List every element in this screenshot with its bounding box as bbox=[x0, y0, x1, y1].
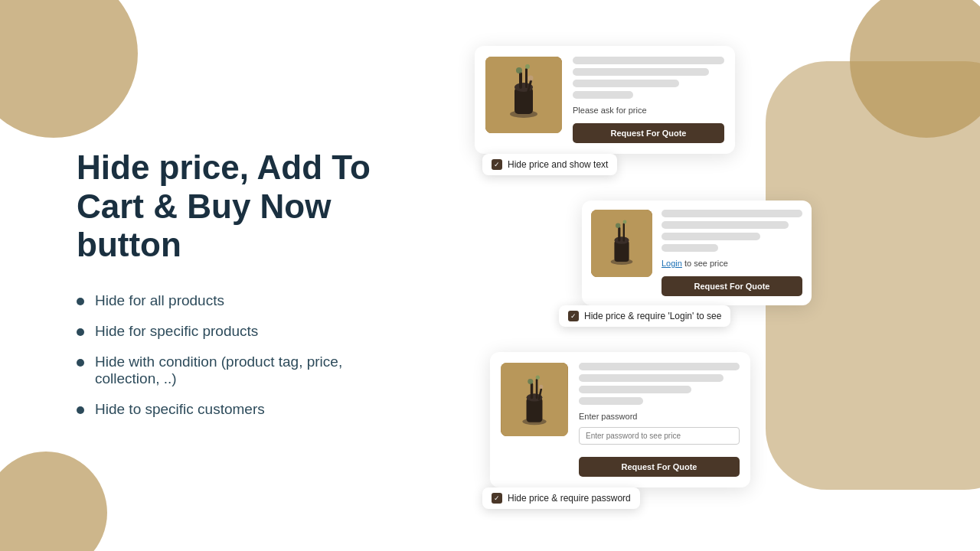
product-image-3 bbox=[501, 363, 568, 436]
left-panel: Hide price, Add To Cart & Buy Now button… bbox=[0, 0, 429, 551]
skeleton-2-4 bbox=[662, 244, 718, 252]
right-panel: Please ask for price Request For Quote H… bbox=[429, 0, 980, 551]
skeleton-1-1 bbox=[573, 57, 724, 64]
svg-point-25 bbox=[536, 376, 540, 380]
login-link[interactable]: Login bbox=[662, 259, 682, 268]
card-2-content: Login to see price Request For Quote bbox=[662, 210, 802, 296]
vase-image-1 bbox=[485, 57, 562, 133]
svg-rect-4 bbox=[519, 72, 522, 89]
card-mockup-3: Enter password Request For Quote Hide pr… bbox=[490, 352, 750, 487]
svg-rect-14 bbox=[618, 227, 620, 241]
svg-rect-23 bbox=[536, 379, 538, 399]
checkbox-tooltip-2: Hide price & require 'Login' to see bbox=[559, 305, 730, 327]
bullet-text-2: Hide for specific products bbox=[95, 323, 258, 340]
bullet-text-4: Hide to specific customers bbox=[95, 401, 265, 418]
skeleton-2-2 bbox=[662, 221, 789, 229]
vase-svg-1 bbox=[485, 57, 562, 133]
rfq-button-3[interactable]: Request For Quote bbox=[579, 457, 740, 477]
skeleton-3-4 bbox=[579, 397, 643, 405]
bullet-item-2: Hide for specific products bbox=[77, 323, 383, 340]
svg-rect-22 bbox=[531, 383, 533, 399]
svg-point-9 bbox=[528, 76, 534, 81]
login-suffix: to see price bbox=[682, 259, 728, 268]
card-1-content: Please ask for price Request For Quote bbox=[573, 57, 724, 143]
skeleton-1-2 bbox=[573, 68, 709, 76]
card-3-content: Enter password Request For Quote bbox=[579, 363, 740, 477]
checkbox-label-2: Hide price & require 'Login' to see bbox=[584, 311, 721, 321]
checkbox-label-3: Hide price & require password bbox=[508, 493, 631, 504]
bullet-item-3: Hide with condition (product tag, price,… bbox=[77, 354, 383, 387]
bullet-dot-3 bbox=[77, 359, 84, 367]
product-image-1 bbox=[485, 57, 562, 133]
password-label: Enter password bbox=[579, 412, 740, 421]
card-mockup-1: Please ask for price Request For Quote H… bbox=[475, 46, 735, 154]
bullet-item-1: Hide for all products bbox=[77, 292, 383, 309]
checkbox-tooltip-3: Hide price & require password bbox=[482, 487, 640, 509]
skeleton-1-3 bbox=[573, 80, 679, 87]
main-title: Hide price, Add To Cart & Buy Now button bbox=[77, 148, 383, 265]
svg-point-17 bbox=[623, 220, 627, 224]
svg-point-27 bbox=[539, 385, 543, 389]
svg-point-16 bbox=[616, 223, 620, 228]
vase-svg-2 bbox=[591, 210, 652, 277]
vase-svg-3 bbox=[501, 363, 568, 436]
skeleton-3-2 bbox=[579, 374, 724, 382]
bullet-text-3: Hide with condition (product tag, price,… bbox=[95, 354, 383, 387]
vase-image-2 bbox=[591, 210, 652, 277]
svg-point-24 bbox=[528, 379, 533, 384]
main-container: Hide price, Add To Cart & Buy Now button… bbox=[0, 0, 980, 551]
svg-rect-5 bbox=[525, 68, 528, 88]
bullet-text-1: Hide for all products bbox=[95, 292, 224, 309]
rfq-button-1[interactable]: Request For Quote bbox=[573, 123, 724, 143]
checkbox-label-1: Hide price and show text bbox=[508, 159, 608, 170]
card-mockup-2: Login to see price Request For Quote Hid… bbox=[582, 201, 812, 305]
skeleton-1-4 bbox=[573, 91, 633, 99]
skeleton-3-3 bbox=[579, 386, 691, 393]
checkbox-icon-2[interactable] bbox=[568, 311, 579, 321]
bullet-dot-4 bbox=[77, 406, 84, 414]
bullet-list: Hide for all products Hide for specific … bbox=[77, 292, 383, 418]
bullet-dot-2 bbox=[77, 328, 84, 336]
skeleton-2-3 bbox=[662, 233, 760, 240]
rfq-button-2[interactable]: Request For Quote bbox=[662, 276, 802, 296]
svg-point-7 bbox=[525, 64, 530, 69]
bullet-dot-1 bbox=[77, 298, 84, 305]
login-text: Login to see price bbox=[662, 259, 802, 268]
checkbox-icon-1[interactable] bbox=[492, 159, 502, 170]
vase-image-3 bbox=[501, 363, 568, 436]
checkbox-icon-3[interactable] bbox=[492, 493, 502, 504]
price-ask-text: Please ask for price bbox=[573, 106, 724, 115]
product-image-2 bbox=[591, 210, 652, 277]
checkbox-tooltip-1: Hide price and show text bbox=[482, 154, 617, 175]
skeleton-2-1 bbox=[662, 210, 802, 217]
bullet-item-4: Hide to specific customers bbox=[77, 401, 383, 418]
svg-rect-15 bbox=[623, 223, 625, 242]
skeleton-3-1 bbox=[579, 363, 740, 370]
svg-point-6 bbox=[516, 67, 522, 73]
password-input[interactable] bbox=[579, 427, 740, 445]
svg-point-13 bbox=[614, 236, 629, 244]
